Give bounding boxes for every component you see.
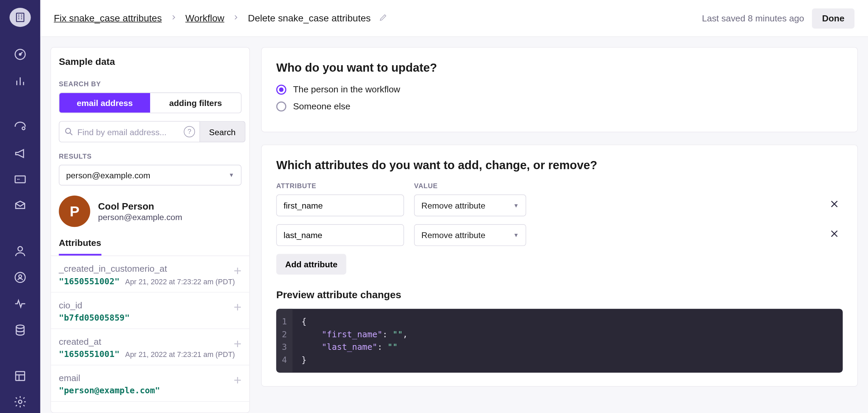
svg-rect-13: [15, 176, 25, 182]
col-head-value: VALUE: [414, 182, 526, 190]
attr-key: email: [59, 373, 241, 383]
code-gutter: 1234: [276, 309, 292, 373]
deliveries-icon[interactable]: [8, 195, 33, 216]
remove-row-button[interactable]: [829, 199, 843, 212]
search-icon: [64, 127, 74, 137]
add-attr-icon[interactable]: +: [234, 337, 241, 351]
settings-icon[interactable]: [8, 391, 33, 413]
content-icon[interactable]: [8, 365, 33, 387]
radio-label: Someone else: [293, 102, 350, 112]
topbar: Fix snake_case attributes Workflow Delet…: [40, 0, 868, 37]
results-select[interactable]: person@example.com ▼: [59, 165, 241, 185]
svg-rect-18: [16, 371, 24, 380]
attribute-row: + email "person@example.com": [51, 365, 249, 402]
select-value: Remove attribute: [421, 230, 485, 240]
svg-point-8: [19, 54, 21, 55]
radio-label: The person in the workflow: [293, 85, 400, 95]
chevron-right-icon: [232, 14, 240, 23]
radio-checked-icon: [276, 85, 286, 95]
remove-row-button[interactable]: [829, 228, 843, 242]
search-button[interactable]: Search: [200, 121, 245, 142]
attribute-row: + created_at "1650551001" Apr 21, 2022 a…: [51, 329, 249, 365]
svg-point-22: [66, 128, 71, 133]
attr-key: created_at: [59, 337, 241, 347]
attribute-row: + cio_id "b7fd05005859": [51, 292, 249, 329]
select-value: Remove attribute: [421, 201, 485, 210]
nav-rail: [0, 0, 40, 413]
svg-line-23: [70, 133, 72, 135]
transactional-icon[interactable]: [8, 168, 33, 190]
attribute-action-select[interactable]: Remove attribute ▼: [414, 224, 526, 246]
person-name: Cool Person: [98, 201, 182, 212]
attribute-name-input[interactable]: [276, 224, 404, 246]
sample-data-panel: Sample data SEARCH BY email address addi…: [51, 47, 250, 413]
caret-down-icon: ▼: [229, 172, 234, 178]
code-preview: 1234 { "first_name": "", "last_name": ""…: [276, 309, 843, 373]
caret-down-icon: ▼: [513, 232, 519, 238]
breadcrumb-current: Delete snake_case attributes: [248, 13, 371, 24]
activity-icon[interactable]: [8, 293, 33, 315]
help-icon[interactable]: ?: [184, 126, 195, 137]
svg-point-12: [22, 127, 25, 129]
breadcrumb-workflow[interactable]: Workflow: [185, 13, 224, 24]
segments-icon[interactable]: [8, 267, 33, 288]
search-by-label: SEARCH BY: [59, 80, 241, 88]
attr-meta: Apr 21, 2022 at 7:23:22 am (PDT): [125, 277, 235, 286]
svg-rect-0: [16, 13, 24, 21]
breadcrumb-root[interactable]: Fix snake_case attributes: [54, 13, 162, 24]
last-saved-text: Last saved 8 minutes ago: [702, 13, 804, 23]
attr-value: "b7fd05005859": [59, 313, 130, 323]
attr-value: "1650551002": [59, 276, 120, 286]
avatar: P: [59, 196, 90, 227]
tab-attributes[interactable]: Attributes: [59, 231, 101, 255]
workspace-logo[interactable]: [10, 8, 31, 27]
attribute-action-select[interactable]: Remove attribute ▼: [414, 195, 526, 216]
attr-key: _created_in_customerio_at: [59, 264, 241, 274]
done-button[interactable]: Done: [812, 8, 854, 28]
add-attr-icon[interactable]: +: [234, 373, 241, 387]
svg-point-16: [19, 275, 21, 277]
attribute-name-input[interactable]: [276, 195, 404, 216]
attr-value: "1650551001": [59, 349, 120, 359]
search-input-wrap: ?: [59, 121, 200, 142]
sample-tabs: Attributes: [51, 231, 249, 256]
preview-heading: Preview attribute changes: [276, 289, 843, 301]
attr-meta: Apr 21, 2022 at 7:23:21 am (PDT): [125, 350, 235, 359]
edit-icon[interactable]: [379, 13, 387, 23]
seg-adding-filters[interactable]: adding filters: [150, 93, 241, 113]
add-attribute-button[interactable]: Add attribute: [276, 254, 346, 274]
seg-email-address[interactable]: email address: [59, 93, 150, 113]
svg-point-17: [16, 325, 24, 328]
results-label: RESULTS: [59, 152, 241, 160]
analytics-icon[interactable]: [8, 70, 33, 92]
person-email: person@example.com: [98, 212, 182, 222]
attribute-edit-row: Remove attribute ▼: [276, 224, 843, 246]
attribute-edit-row: Remove attribute ▼: [276, 195, 843, 216]
attribute-row: + _created_in_customerio_at "1650551002"…: [51, 256, 249, 292]
radio-someone-else[interactable]: Someone else: [276, 102, 843, 112]
caret-down-icon: ▼: [513, 202, 519, 209]
search-mode-segmented: email address adding filters: [59, 92, 241, 113]
people-icon[interactable]: [8, 240, 33, 262]
radio-unchecked-icon: [276, 102, 286, 112]
broadcasts-icon[interactable]: [8, 142, 33, 164]
attributes-list: + _created_in_customerio_at "1650551002"…: [51, 256, 249, 412]
add-attr-icon[interactable]: +: [234, 300, 241, 314]
journeys-icon[interactable]: [8, 115, 33, 137]
person-summary: P Cool Person person@example.com: [59, 196, 241, 227]
gauge-icon[interactable]: [8, 43, 33, 65]
update-target-card: Who do you want to update? The person in…: [261, 47, 858, 132]
col-head-attribute: ATTRIBUTE: [276, 182, 404, 190]
radio-person-in-workflow[interactable]: The person in the workflow: [276, 85, 843, 95]
email-search-input[interactable]: [77, 127, 184, 137]
attr-key: cio_id: [59, 300, 241, 310]
attributes-heading: Which attributes do you want to add, cha…: [276, 159, 843, 172]
results-selected-value: person@example.com: [66, 170, 150, 180]
add-attr-icon[interactable]: +: [234, 264, 241, 277]
sample-data-title: Sample data: [59, 57, 241, 68]
attributes-editor-card: Which attributes do you want to add, cha…: [261, 145, 858, 387]
code-body: { "first_name": "", "last_name": "" }: [292, 309, 417, 373]
attr-value: "person@example.com": [59, 385, 160, 396]
data-icon[interactable]: [8, 319, 33, 341]
update-heading: Who do you want to update?: [276, 61, 843, 75]
